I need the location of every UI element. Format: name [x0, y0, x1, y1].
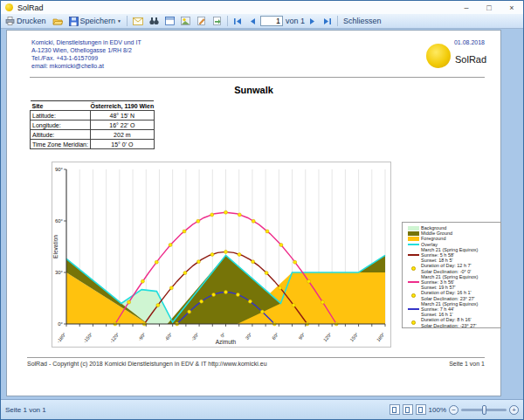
site-label: Longitude: [31, 120, 91, 130]
search-button[interactable] [148, 16, 161, 26]
x-tick-label: 150° [348, 332, 359, 343]
y-tick-label: 60° [55, 218, 64, 224]
x-axis-title: Azimuth [216, 339, 237, 345]
edit-page-icon [196, 17, 206, 25]
site-table-header-row: Site Österreich, 1190 Wien [31, 101, 155, 111]
one-page-view-button[interactable] [390, 404, 400, 415]
next-page-icon [309, 17, 317, 25]
hour-dot [248, 300, 252, 303]
watermark-button[interactable] [179, 16, 192, 26]
hour-dot [169, 286, 173, 290]
page-of-label: von 1 [286, 17, 305, 25]
legend-text: March 21 (Spring Equinox)Sunrise: 5 h 58… [421, 247, 478, 264]
zoom-slider-thumb[interactable] [482, 405, 486, 415]
first-page-icon [233, 17, 242, 25]
chevron-down-icon[interactable]: ▼ [117, 18, 121, 24]
page-number-text: Seite 1 von 1 [449, 361, 485, 367]
legend-swatch [406, 254, 421, 256]
page-number-input[interactable] [260, 16, 283, 26]
site-table-row: Time Zone Meridian:15° 0' O [31, 140, 155, 149]
sunwalk-chart-canvas: 0°30°60°90°-180°-150°-120°-90°-60°-30°0°… [52, 162, 390, 347]
company-line: Komicki, Dienstleistungen in EDV und IT [31, 38, 141, 46]
legend-swatch [406, 320, 421, 325]
site-value: 48° 15' N [91, 111, 155, 120]
hour-dot [155, 260, 158, 264]
hour-dot [252, 219, 255, 223]
hour-dot [260, 310, 264, 313]
close-preview-button[interactable]: Schliessen [341, 16, 383, 26]
legend-text: Duration of Day: 8 h 16'Solar Declinatio… [421, 317, 476, 327]
hour-dot [238, 253, 241, 257]
one-page-icon [392, 407, 396, 413]
print-preview-area[interactable]: Komicki, Dienstleistungen in EDV und ITA… [1, 29, 523, 399]
y-axis-title: Elevation [52, 235, 59, 258]
zoom-percent-label: 100% [429, 406, 446, 414]
edit-button[interactable] [195, 16, 208, 26]
minimize-button[interactable]: – [455, 1, 478, 14]
hour-dot [212, 293, 216, 297]
open-button[interactable] [51, 16, 65, 26]
toolbar-separator [127, 16, 128, 26]
legend-text: Duration of Day: 12 h 7'Solar Declinatio… [421, 263, 472, 273]
chart-legend: BackgroundMiddle GroundForegroundOverlay… [402, 222, 501, 328]
save-label: Speichern [80, 17, 116, 25]
two-page-view-button[interactable] [403, 404, 413, 415]
hour-dot [224, 291, 228, 294]
save-button[interactable]: Speichern ▼ [67, 16, 123, 27]
site-value: 15° 0' O [91, 140, 155, 149]
close-button[interactable]: × [500, 1, 523, 14]
legend-text: March 21 (Spring Equinox)Sunrise: 3 h 56… [421, 274, 478, 291]
status-bar: Seite 1 von 1 100% − + [1, 399, 523, 419]
legend-item: March 21 (Spring Equinox)Sunrise: 5 h 58… [406, 247, 499, 264]
x-tick-label: 90° [298, 332, 307, 341]
legend-swatch [406, 266, 421, 271]
hour-dot [265, 272, 268, 275]
zoom-out-button[interactable]: − [449, 405, 458, 415]
legend-swatch [406, 281, 421, 283]
y-tick-label: 30° [55, 270, 64, 275]
legend-swatch [406, 244, 421, 245]
hour-dot [236, 293, 239, 297]
x-tick-label: 60° [271, 332, 279, 341]
zoom-in-button[interactable]: + [509, 405, 519, 415]
x-tick-label: -60° [163, 332, 173, 342]
last-page-icon [323, 17, 332, 25]
x-tick-label: -90° [137, 332, 147, 342]
zoom-slider[interactable] [461, 409, 507, 411]
previous-page-button[interactable] [246, 17, 258, 26]
legend-item: Duration of Day: 8 h 16'Solar Declinatio… [406, 317, 499, 327]
image-icon [181, 17, 190, 25]
previous-page-icon [248, 17, 256, 25]
hour-dot [196, 260, 200, 264]
page-title: Sunwalk [7, 85, 500, 95]
email-button[interactable] [131, 17, 145, 26]
chart-areas [66, 255, 385, 324]
x-tick-label: 0° [219, 332, 226, 339]
legend-swatch [406, 308, 421, 310]
site-table-row: Latitude:48° 15' N [31, 111, 155, 120]
x-tick-label: 30° [245, 332, 253, 341]
y-tick-label: 90° [55, 167, 64, 172]
toolbar-separator [337, 16, 338, 26]
hour-dot [188, 310, 191, 313]
page-setup-button[interactable] [163, 16, 176, 26]
whole-page-view-button[interactable] [416, 404, 426, 415]
print-label: Drucken [17, 17, 46, 25]
sun-app-icon [5, 3, 13, 11]
footer-divider [27, 357, 485, 358]
legend-item: March 21 (Spring Equinox)Sunrise: 7 h 44… [406, 301, 499, 318]
hour-dot [279, 244, 283, 247]
site-table-row: Altitude:202 m [31, 130, 155, 140]
company-line: email: mkomicki@chello.at [31, 62, 141, 70]
legend-item: Duration of Day: 12 h 7'Solar Declinatio… [406, 263, 499, 273]
maximize-button[interactable]: □ [478, 1, 500, 14]
last-page-button[interactable] [321, 17, 334, 26]
export-button[interactable] [210, 16, 224, 26]
first-page-button[interactable] [231, 17, 244, 26]
site-header-label: Site [31, 101, 91, 111]
print-button[interactable]: Drucken [3, 16, 48, 26]
next-page-button[interactable] [307, 17, 319, 26]
x-tick-label: 180° [376, 332, 386, 343]
hour-dot [279, 286, 282, 290]
hour-dot [224, 250, 228, 253]
